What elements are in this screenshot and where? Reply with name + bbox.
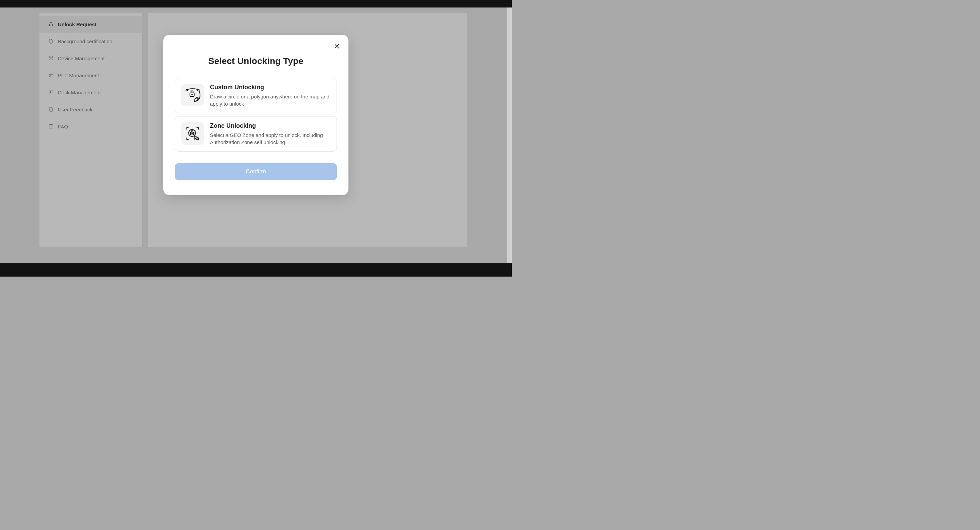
svg-point-14 (192, 94, 192, 95)
sidebar-item-label: FAQ (58, 124, 68, 129)
sidebar-item-label: Unlock Request (58, 21, 96, 27)
bottom-footer (0, 263, 512, 276)
svg-rect-0 (49, 24, 52, 26)
right-strip (507, 8, 512, 263)
option-title: Custom Unlocking (210, 84, 331, 91)
sidebar-item-label: Pilot Management (58, 73, 99, 78)
svg-rect-8 (49, 91, 53, 94)
svg-point-11 (186, 89, 188, 91)
sidebar: Unlock Request Background certification … (40, 13, 142, 247)
sidebar-item-background-certification[interactable]: Background certification (40, 33, 142, 50)
svg-point-1 (49, 57, 50, 57)
confirm-button[interactable]: Confirm (175, 163, 337, 180)
sidebar-item-label: Device Management (58, 56, 105, 61)
sidebar-item-unlock-request[interactable]: Unlock Request (40, 16, 142, 33)
svg-point-17 (192, 133, 192, 134)
svg-point-6 (51, 73, 53, 75)
image-icon (48, 89, 54, 95)
close-button[interactable] (334, 43, 340, 50)
sidebar-item-user-feedback[interactable]: User Feedback (40, 101, 142, 118)
svg-point-12 (198, 89, 199, 91)
help-icon (48, 124, 54, 129)
sidebar-item-label: Dock Management (58, 89, 101, 95)
svg-point-7 (52, 74, 52, 75)
feedback-icon (48, 107, 54, 112)
drone-icon (48, 56, 54, 61)
zone-unlocking-icon (181, 122, 204, 145)
svg-point-4 (52, 59, 53, 60)
option-zone-unlocking[interactable]: Zone Unlocking Select a GEO Zone and app… (175, 117, 337, 152)
svg-point-2 (52, 57, 53, 57)
option-custom-unlocking[interactable]: Custom Unlocking Draw a circle or a poly… (175, 78, 337, 113)
lock-icon (48, 21, 54, 27)
option-desc: Select a GEO Zone and apply to unlock. I… (210, 131, 331, 146)
svg-point-3 (49, 59, 50, 60)
sidebar-item-label: User Feedback (58, 107, 92, 112)
option-desc: Draw a circle or a polygon anywhere on t… (210, 93, 331, 107)
option-title: Zone Unlocking (210, 122, 331, 129)
custom-unlocking-icon (181, 84, 204, 106)
pilot-icon (48, 73, 54, 78)
sidebar-item-pilot-management[interactable]: Pilot Management (40, 67, 142, 84)
modal-title: Select Unlocking Type (175, 56, 337, 66)
sidebar-item-label: Background certification (58, 38, 112, 44)
file-icon (48, 38, 54, 44)
select-unlocking-type-modal: Select Unlocking Type Custom Unlocking D… (163, 35, 348, 195)
svg-point-5 (49, 74, 51, 76)
sidebar-item-dock-management[interactable]: Dock Management (40, 84, 142, 101)
sidebar-item-device-management[interactable]: Device Management (40, 50, 142, 67)
sidebar-item-faq[interactable]: FAQ (40, 118, 142, 135)
top-header (0, 0, 512, 8)
